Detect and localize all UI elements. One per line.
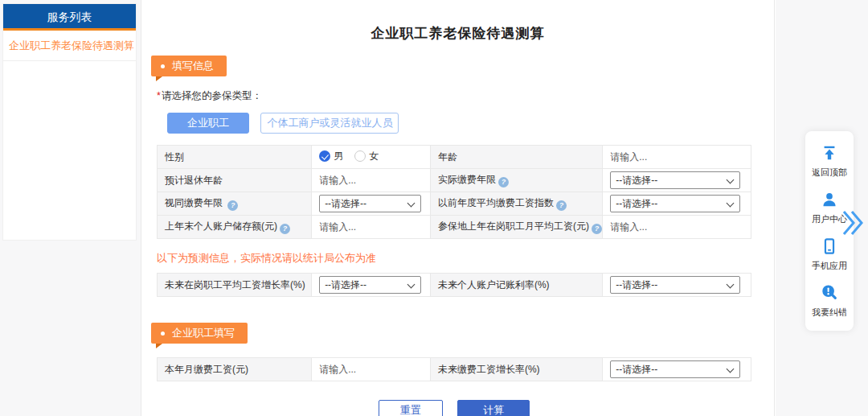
deemed-years-select[interactable]: --请选择-- xyxy=(319,195,421,212)
local-avg-wage-input[interactable] xyxy=(610,221,740,233)
monthly-wage-cell xyxy=(312,358,431,381)
pay-growth-select[interactable]: --请选择-- xyxy=(610,360,740,378)
local-avg-wage-cell xyxy=(603,216,751,239)
account-balance-cell xyxy=(312,216,431,239)
radio-unchecked-icon[interactable] xyxy=(354,150,366,162)
pay-growth-cell: --请选择-- xyxy=(603,358,751,381)
actual-years-cell: --请选择-- xyxy=(603,169,751,192)
action-buttons: 重置 计算 xyxy=(157,400,751,416)
help-icon[interactable] xyxy=(280,224,290,234)
mobile-app-label: 手机应用 xyxy=(812,260,847,272)
pay-growth-label: 未来缴费工资增长率(%) xyxy=(430,358,602,381)
chevron-down-icon xyxy=(727,281,735,289)
table-row: 预计退休年龄 实际缴费年限 --请选择-- xyxy=(158,169,751,192)
user-center-icon xyxy=(821,191,838,208)
account-balance-label: 上年末个人账户储存额(元) xyxy=(158,216,312,239)
prediction-note: 以下为预测信息，实际情况请以统计局公布为准 xyxy=(157,251,774,266)
section-badge-fill-info: 填写信息 xyxy=(151,56,227,76)
chevron-down-icon xyxy=(727,365,735,373)
page-title: 企业职工养老保险待遇测算 xyxy=(141,0,774,43)
error-correction-icon xyxy=(821,284,838,302)
collapse-panel-button[interactable] xyxy=(841,209,864,240)
chevron-down-icon xyxy=(407,281,415,289)
future-interest-label: 未来个人账户记账利率(%) xyxy=(430,274,602,297)
service-list-panel: 服务列表 企业职工养老保险待遇测算 xyxy=(2,3,137,241)
enterprise-fill-table: 本年月缴费工资(元) 未来缴费工资增长率(%) --请选择-- xyxy=(157,357,751,381)
wage-index-label: 以前年度平均缴费工资指数 xyxy=(430,192,602,216)
table-row: 上年末个人账户储存额(元) 参保地上年在岗职工月平均工资(元) xyxy=(158,216,751,239)
account-balance-input[interactable] xyxy=(319,221,421,233)
gender-radio-male[interactable]: 男 xyxy=(319,150,343,163)
gender-radio-female[interactable]: 女 xyxy=(354,150,379,163)
chevron-down-icon xyxy=(727,200,735,208)
gender-cell: 男 女 xyxy=(312,146,431,169)
back-to-top-icon xyxy=(821,144,838,162)
required-asterisk: * xyxy=(157,90,161,101)
right-utility-column: 返回顶部 用户中心 手机应用 xyxy=(776,0,868,416)
sidebar-item-pension-calc[interactable]: 企业职工养老保险待遇测算 xyxy=(3,31,136,61)
calculate-button[interactable]: 计算 xyxy=(457,400,530,416)
back-to-top-label: 返回顶部 xyxy=(812,167,847,179)
reset-button[interactable]: 重置 xyxy=(379,400,443,416)
mobile-app-icon xyxy=(821,237,838,255)
table-row: 性别 男 女 年龄 xyxy=(158,146,751,169)
chevron-down-icon xyxy=(407,200,415,208)
radio-checked-icon[interactable] xyxy=(319,150,330,162)
participant-type-label: *请选择您的参保类型： xyxy=(157,89,774,103)
participant-type-text: 请选择您的参保类型： xyxy=(162,90,262,101)
back-to-top-button[interactable]: 返回顶部 xyxy=(812,138,847,185)
deemed-years-cell: --请选择-- xyxy=(312,192,431,216)
wage-index-cell: --请选择-- xyxy=(603,192,751,216)
age-label: 年龄 xyxy=(430,146,602,169)
actual-years-select[interactable]: --请选择-- xyxy=(610,171,740,189)
main-content: 企业职工养老保险待遇测算 填写信息 *请选择您的参保类型： 企业职工 个体工商户… xyxy=(141,0,775,416)
error-correction-button[interactable]: 我要纠错 xyxy=(812,278,847,325)
type-button-self-employed[interactable]: 个体工商户或灵活就业人员 xyxy=(260,113,399,134)
participant-type-buttons: 企业职工 个体工商户或灵活就业人员 xyxy=(167,113,774,134)
future-interest-select[interactable]: --请选择-- xyxy=(610,276,740,294)
monthly-wage-input[interactable] xyxy=(319,364,421,375)
left-sidebar-column: 服务列表 企业职工养老保险待遇测算 xyxy=(0,0,141,416)
error-correction-label: 我要纠错 xyxy=(812,307,847,319)
help-icon[interactable] xyxy=(227,200,238,211)
gender-label: 性别 xyxy=(158,146,312,169)
future-wage-growth-cell: --请选择-- xyxy=(312,274,431,297)
local-avg-wage-label: 参保地上年在岗职工月平均工资(元) xyxy=(430,216,602,239)
actual-years-label: 实际缴费年限 xyxy=(430,169,602,192)
age-input[interactable] xyxy=(610,151,740,163)
service-list-header: 服务列表 xyxy=(3,4,136,31)
double-chevron-right-icon xyxy=(841,209,864,237)
chevron-down-icon xyxy=(727,176,735,184)
retire-age-input[interactable] xyxy=(319,175,421,186)
table-row: 视同缴费年限 --请选择-- 以前年度平均缴费工资指数 --请选择-- xyxy=(158,192,751,216)
prediction-table: 未来在岗职工平均工资增长率(%) --请选择-- 未来个人账户记账利率(%) -… xyxy=(157,273,751,297)
basic-info-table: 性别 男 女 年龄 xyxy=(157,145,751,239)
future-wage-growth-label: 未来在岗职工平均工资增长率(%) xyxy=(158,274,312,297)
age-cell xyxy=(603,146,751,169)
future-wage-growth-select[interactable]: --请选择-- xyxy=(319,276,421,294)
section-badge-enterprise-fill: 企业职工填写 xyxy=(151,323,248,344)
help-icon[interactable] xyxy=(592,224,602,234)
help-icon[interactable] xyxy=(556,200,567,211)
retire-age-cell xyxy=(312,169,431,192)
help-icon[interactable] xyxy=(498,177,509,187)
type-button-enterprise-employee[interactable]: 企业职工 xyxy=(167,113,249,134)
wage-index-select[interactable]: --请选择-- xyxy=(610,195,740,212)
retire-age-label: 预计退休年龄 xyxy=(158,169,312,192)
table-row: 本年月缴费工资(元) 未来缴费工资增长率(%) --请选择-- xyxy=(158,358,751,381)
future-interest-cell: --请选择-- xyxy=(603,274,751,297)
deemed-years-label: 视同缴费年限 xyxy=(158,192,312,216)
monthly-wage-label: 本年月缴费工资(元) xyxy=(158,358,312,381)
table-row: 未来在岗职工平均工资增长率(%) --请选择-- 未来个人账户记账利率(%) -… xyxy=(158,274,751,297)
